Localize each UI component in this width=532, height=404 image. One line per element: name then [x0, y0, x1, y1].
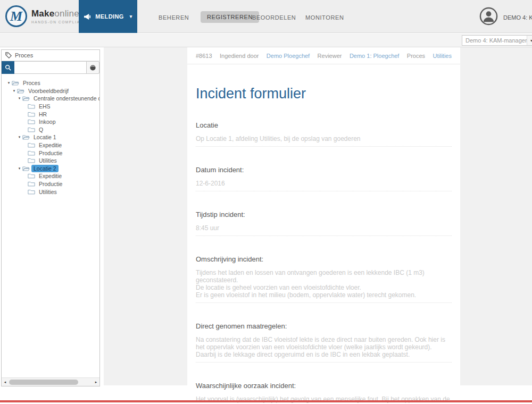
field-direct-genomen-maatregelen: Direct genomen maatregelen: Na constater…: [196, 322, 452, 363]
globe-icon: [89, 64, 96, 71]
expander-icon[interactable]: ▾: [17, 135, 22, 139]
tree-node-label: Productie: [37, 149, 64, 157]
expander-icon[interactable]: ▾: [12, 89, 16, 93]
tree-node-locatie-2[interactable]: ▾ Locatie 2: [4, 165, 99, 173]
incident-id: #8613: [196, 53, 212, 59]
chevron-down-icon: ▾: [527, 36, 532, 45]
folder-open-icon: [22, 165, 30, 172]
tree-node-productie-2[interactable]: Productie: [4, 180, 99, 188]
tree-search-input[interactable]: [14, 61, 87, 74]
folder-closed-icon: [28, 150, 35, 156]
tree-node-label: EHS: [37, 103, 53, 110]
app-logo[interactable]: M Makeonline® HANDS-ON COMPLIANCE: [5, 5, 90, 27]
process-tree: ▾ Proces ▾ Voorbeeldbedrijf ▾ Centrale o…: [2, 74, 99, 196]
field-omschrijving-incident: Omschrijving incident: Tijdens het laden…: [196, 255, 452, 303]
folder-closed-icon: [28, 189, 35, 195]
tag-icon: [5, 52, 12, 58]
scrollbar-track[interactable]: [9, 379, 93, 385]
scrollbar-thumb[interactable]: [9, 380, 78, 385]
field-value: Op Locatie 1, afdeling Utilities, bij de…: [196, 135, 452, 147]
submitted-by-link[interactable]: Demo Ploegchef: [267, 53, 310, 59]
logo-monogram-icon: M: [5, 5, 27, 27]
tree-node-label: Locatie 1: [31, 133, 59, 141]
role-bar: Demo 4: KAM-manager ▾: [0, 33, 532, 47]
field-value: 8:45 uur: [196, 224, 452, 236]
bottom-alert-divider: [0, 400, 532, 402]
tree-node-ehs[interactable]: EHS: [4, 103, 99, 111]
sidebar-header: Proces: [2, 50, 99, 61]
reviewer-label: Reviewer: [318, 53, 342, 59]
incident-form-card: #8613 Ingediend door Demo Ploegchef Revi…: [187, 47, 460, 385]
process-label: Proces: [407, 53, 425, 59]
tree-node-label: Proces: [21, 79, 43, 87]
megaphone-icon: [84, 13, 92, 20]
field-tijdstip-incident: Tijdstip incident: 8:45 uur: [196, 211, 452, 236]
folder-closed-icon: [28, 157, 35, 164]
top-navigation: M Makeonline® HANDS-ON COMPLIANCE MELDIN…: [0, 0, 532, 33]
tree-node-label: Voorbeeldbedrijf: [26, 87, 71, 95]
tree-node-productie-1[interactable]: Productie: [4, 149, 99, 157]
nav-item-beheren[interactable]: BEHEREN: [159, 14, 189, 21]
folder-open-icon: [22, 95, 30, 102]
field-value: 12-6-2016: [196, 180, 452, 191]
folder-closed-icon: [28, 173, 35, 179]
folder-open-icon: [12, 80, 19, 86]
tree-node-voorbeeldbedrijf[interactable]: ▾ Voorbeeldbedrijf: [4, 87, 99, 95]
submitted-by-label: Ingediend door: [220, 53, 259, 59]
field-locatie: Locatie Op Locatie 1, afdeling Utilities…: [196, 121, 452, 147]
tree-node-label: Expeditie: [37, 141, 64, 149]
role-select-value: Demo 4: KAM-manager: [462, 36, 527, 45]
tree-node-utilities-1[interactable]: Utilities: [4, 157, 99, 165]
tree-node-q[interactable]: Q: [4, 126, 99, 134]
expander-icon[interactable]: ▾: [17, 166, 22, 171]
tree-node-label: Utilities: [37, 188, 59, 196]
field-label: Omschrijving incident:: [196, 255, 452, 263]
folder-closed-icon: [28, 103, 35, 110]
process-link[interactable]: Utilities: [433, 53, 452, 59]
user-name-label: DEMO 4: KAM: [503, 14, 532, 21]
reviewer-link[interactable]: Demo 1: Ploegchef: [350, 53, 400, 59]
field-value: Tijdens het laden en lossen van ontvange…: [196, 269, 452, 303]
expander-icon[interactable]: ▾: [6, 81, 11, 85]
field-datum-incident: Datum incident: 12-6-2016: [196, 166, 452, 191]
process-tree-panel: Proces ▾ Proces ▾ Voorbeeldbedrijf: [1, 49, 100, 386]
tree-node-centrale-diensten[interactable]: ▾ Centrale ondersteunende diensten: [4, 95, 99, 103]
user-avatar-icon[interactable]: [479, 7, 498, 26]
tab-melding[interactable]: MELDING ▾: [79, 0, 137, 33]
tree-node-hr[interactable]: HR: [4, 110, 99, 118]
field-value: Na constatering dat de IBC vloeistof lek…: [196, 336, 452, 363]
incident-meta-row: #8613 Ingediend door Demo Ploegchef Revi…: [187, 47, 460, 64]
tree-node-label: Centrale ondersteunende diensten: [31, 95, 100, 102]
folder-closed-icon: [28, 111, 35, 117]
tree-node-label: Utilities: [37, 157, 59, 164]
filter-button[interactable]: [87, 61, 99, 74]
scroll-right-icon[interactable]: ▸: [93, 380, 99, 384]
field-label: Locatie: [196, 121, 452, 129]
folder-open-icon: [22, 134, 30, 140]
field-label: Waarschijnlijke oorzaak incident:: [196, 382, 452, 390]
nav-item-beoordelen[interactable]: BEOORDELEN: [252, 14, 296, 21]
tree-node-locatie-1[interactable]: ▾ Locatie 1: [4, 133, 99, 141]
folder-closed-icon: [28, 181, 35, 187]
search-icon: [5, 64, 11, 71]
field-value: Het voorval is (waarschijnlijk) het gevo…: [196, 395, 452, 404]
folder-closed-icon: [28, 119, 35, 125]
tree-node-utilities-2[interactable]: Utilities: [4, 188, 99, 196]
scroll-left-icon[interactable]: ◂: [2, 380, 9, 384]
field-label: Direct genomen maatregelen:: [196, 322, 452, 330]
horizontal-scrollbar[interactable]: ◂ ▸: [2, 377, 99, 386]
tree-node-proces[interactable]: ▾ Proces: [4, 79, 99, 87]
tree-node-expeditie-1[interactable]: Expeditie: [4, 141, 99, 149]
chevron-down-icon: ▾: [130, 14, 132, 19]
tree-node-label: Inkoop: [37, 118, 58, 125]
tree-node-expeditie-2[interactable]: Expeditie: [4, 172, 99, 180]
folder-closed-icon: [28, 142, 35, 148]
search-button[interactable]: [2, 61, 14, 74]
role-select[interactable]: Demo 4: KAM-manager ▾: [462, 35, 532, 46]
tree-node-inkoop[interactable]: Inkoop: [4, 118, 99, 126]
expander-icon[interactable]: ▾: [17, 96, 22, 100]
folder-closed-icon: [28, 127, 35, 133]
nav-item-registreren[interactable]: REGISTREREN: [201, 11, 259, 23]
nav-item-monitoren[interactable]: MONITOREN: [305, 14, 344, 21]
tree-node-label: Locatie 2: [31, 165, 59, 172]
